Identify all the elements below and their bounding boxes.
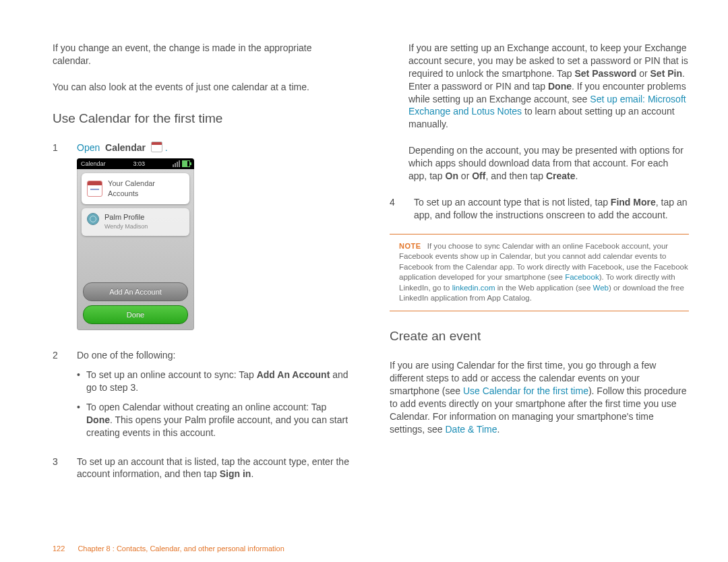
calendar-card-icon <box>87 181 102 197</box>
heading-use-calendar: Use Calendar for the first time <box>53 110 352 127</box>
item-sub: Wendy Madison <box>104 222 148 230</box>
right-column: If you are setting up an Exchange accoun… <box>390 42 689 490</box>
bullet-add-account: To set up an online account to sync: Tap… <box>77 369 352 394</box>
battery-icon <box>182 160 190 167</box>
calendar-icon <box>151 142 162 152</box>
page-footer: 122 Chapter 8 : Contacts, Calendar, and … <box>53 544 284 554</box>
phone-screenshot: Calendar 3:03 Your Calendar Accounts <box>77 158 194 330</box>
status-bar: Calendar 3:03 <box>77 158 194 169</box>
create-event-para: If you are using Calendar for the first … <box>390 359 689 435</box>
step-number: 1 <box>53 142 63 340</box>
globe-icon <box>87 213 99 225</box>
step-1: 1 Open Calendar . Calendar 3:03 <box>53 142 352 340</box>
facebook-link[interactable]: Facebook <box>565 273 599 281</box>
use-calendar-link[interactable]: Use Calendar for the first time <box>463 385 588 396</box>
status-icons <box>173 160 190 167</box>
status-app-name: Calendar <box>81 160 106 168</box>
date-time-link[interactable]: Date & Time <box>446 424 497 435</box>
note-label: NOTE <box>399 242 421 250</box>
note-box: NOTE If you choose to sync Calendar with… <box>390 234 689 311</box>
page-body: If you change an event, the change is ma… <box>0 0 728 490</box>
status-time: 3:03 <box>133 160 146 168</box>
card-title: Your Calendar Accounts <box>108 179 184 199</box>
step-number: 2 <box>53 349 63 445</box>
on-off-para: Depending on the account, you may be pre… <box>408 144 689 183</box>
step-3: 3 To set up an account that is listed, t… <box>53 456 352 481</box>
accounts-card: Your Calendar Accounts <box>82 173 189 204</box>
add-account-button[interactable]: Add An Account <box>83 282 188 301</box>
open-link[interactable]: Open <box>77 142 100 153</box>
item-name: Palm Profile <box>104 212 148 222</box>
step-number: 3 <box>53 456 63 481</box>
linkedin-link[interactable]: linkedin.com <box>452 284 495 292</box>
calendar-bold: Calendar <box>105 142 146 153</box>
step-2: 2 Do one of the following: To set up an … <box>53 349 352 445</box>
web-link[interactable]: Web <box>593 284 608 292</box>
page-number: 122 <box>53 544 65 553</box>
step2-lead: Do one of the following: <box>77 350 175 361</box>
intro-para-2: You can also look at the events of just … <box>53 81 352 94</box>
exchange-para: If you are setting up an Exchange accoun… <box>408 42 689 131</box>
done-button[interactable]: Done <box>83 305 188 324</box>
step-4: 4 To set up an account type that is not … <box>390 196 689 222</box>
chapter-title: Chapter 8 : Contacts, Calendar, and othe… <box>78 544 284 553</box>
bullet-tap-done: To open Calendar without creating an onl… <box>77 401 352 439</box>
intro-para-1: If you change an event, the change is ma… <box>53 42 352 67</box>
heading-create-event: Create an event <box>390 327 689 345</box>
palm-profile-item[interactable]: Palm Profile Wendy Madison <box>82 208 189 236</box>
step-number: 4 <box>390 196 400 222</box>
left-column: If you change an event, the change is ma… <box>53 42 352 490</box>
signal-icon <box>173 160 180 167</box>
